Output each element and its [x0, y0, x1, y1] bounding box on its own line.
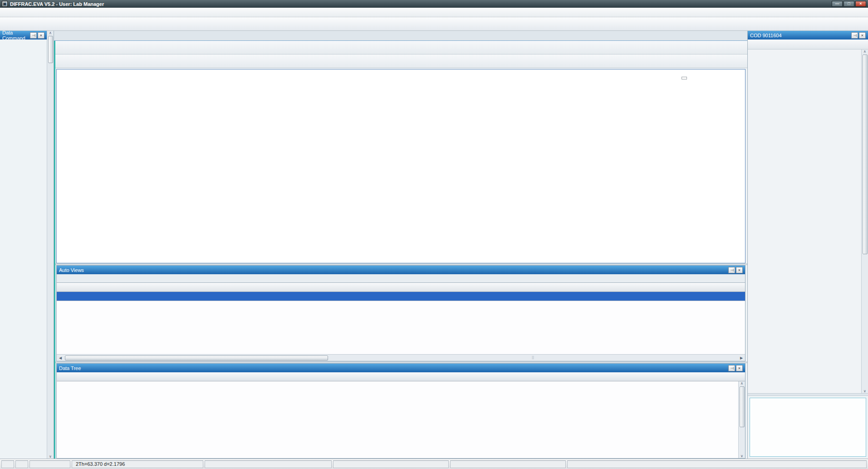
- scroll-grip: ⁞⁞: [328, 355, 738, 360]
- scroll-down-icon[interactable]: ∨: [863, 389, 866, 393]
- chart-area[interactable]: [56, 69, 745, 263]
- data-tree-scrollbar[interactable]: ∧ ∨: [738, 381, 745, 458]
- scroll-left-icon[interactable]: ◀: [57, 356, 64, 360]
- scroll-right-icon[interactable]: ▶: [738, 356, 745, 360]
- close-button[interactable]: ×: [855, 1, 866, 7]
- close-icon[interactable]: ×: [859, 32, 866, 39]
- chart-legend: [682, 77, 687, 79]
- center-area: Auto Views ⊤ × ◀ ⁞⁞ ▶: [54, 31, 747, 459]
- scroll-up-icon[interactable]: ∧: [863, 49, 866, 54]
- view-toolbar-row2: [55, 54, 747, 68]
- pin-icon[interactable]: ⊤: [30, 32, 37, 39]
- property-grid-scrollbar[interactable]: ∧ ∨: [861, 49, 868, 393]
- scroll-thumb[interactable]: [65, 355, 328, 360]
- patterns-table-header: [57, 283, 745, 292]
- main-toolbar: [0, 17, 868, 31]
- data-command-titlebar: Data Command ⊤ ×: [0, 31, 47, 39]
- pin-icon[interactable]: ⊤: [851, 32, 858, 39]
- menu-bar: [0, 8, 868, 17]
- property-panel-title: COD 9011604: [750, 33, 850, 38]
- 1d-view-body: Auto Views ⊤ × ◀ ⁞⁞ ▶: [54, 41, 747, 459]
- patterns-h-scrollbar[interactable]: ◀ ⁞⁞ ▶: [57, 354, 745, 361]
- status-bar: 2Th=63.370 d=2.1796: [0, 459, 868, 469]
- property-grid: [748, 49, 861, 393]
- close-icon[interactable]: ×: [736, 267, 743, 273]
- status-segment: [29, 460, 70, 468]
- close-icon[interactable]: ×: [38, 32, 44, 39]
- scroll-down-icon[interactable]: ∨: [740, 454, 743, 458]
- patterns-table-empty-area: [57, 301, 745, 354]
- splitter[interactable]: [748, 393, 868, 396]
- pin-icon[interactable]: ⊤: [728, 365, 735, 371]
- data-tree-panel: Data Tree ⊤ × ∧ ∨: [56, 363, 745, 459]
- auto-views-panel: Auto Views ⊤ × ◀ ⁞⁞ ▶: [56, 265, 745, 361]
- property-panel-titlebar: COD 9011604 ⊤ ×: [748, 31, 868, 39]
- status-segment: [333, 460, 449, 468]
- scroll-up-icon[interactable]: ∧: [740, 381, 743, 385]
- status-segment: [15, 460, 28, 468]
- status-segment: [567, 460, 867, 468]
- scroll-down-icon[interactable]: ∨: [49, 454, 52, 459]
- scroll-thumb[interactable]: [48, 36, 53, 63]
- pin-icon[interactable]: ⊤: [728, 267, 735, 273]
- property-panel-toolbar: [748, 39, 868, 49]
- close-icon[interactable]: ×: [736, 365, 743, 371]
- scroll-thumb[interactable]: [740, 386, 745, 427]
- auto-views-title: Auto Views: [59, 267, 727, 273]
- window-title: DIFFRAC.EVA V5.2 - User: Lab Manager: [10, 1, 104, 7]
- auto-views-tabs: [57, 274, 745, 283]
- app-icon: ▣: [2, 1, 8, 7]
- title-bar: ▣ DIFFRAC.EVA V5.2 - User: Lab Manager —…: [0, 0, 868, 8]
- status-segment: [1, 460, 14, 468]
- minimize-button[interactable]: —: [832, 1, 843, 7]
- cursor-readout: 2Th=63.370 d=2.1796: [72, 460, 203, 468]
- data-command-scrollbar[interactable]: ∧ ∨: [47, 31, 54, 459]
- application-window: ▣ DIFFRAC.EVA V5.2 - User: Lab Manager —…: [0, 0, 868, 469]
- scroll-thumb[interactable]: [863, 54, 868, 254]
- data-tree-header: [57, 372, 745, 381]
- view-toolbar-row1: [55, 41, 747, 54]
- pattern-property-panel: COD 9011604 ⊤ × ∧ ∨: [747, 31, 868, 459]
- view-tabstrip: [54, 31, 747, 41]
- maximize-button[interactable]: □: [843, 1, 854, 7]
- xrd-chart[interactable]: [57, 69, 745, 263]
- auto-views-titlebar: Auto Views ⊤ ×: [57, 266, 745, 274]
- data-tree-titlebar: Data Tree ⊤ ×: [57, 364, 745, 372]
- preview-box: [750, 398, 866, 457]
- data-tree-title: Data Tree: [59, 365, 727, 371]
- data-command-panel: Data Command ⊤ × ∧ ∨: [0, 31, 54, 459]
- scroll-up-icon[interactable]: ∧: [49, 31, 52, 35]
- status-segment: [205, 460, 332, 468]
- patterns-table-row[interactable]: [57, 292, 745, 301]
- status-segment: [450, 460, 566, 468]
